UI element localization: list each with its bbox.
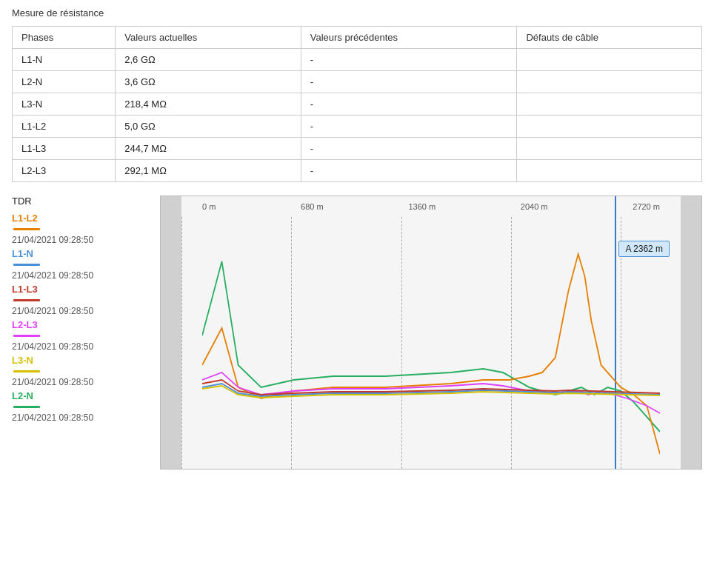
table-cell-previous: -: [301, 71, 517, 93]
legend-label: L1-L3: [12, 284, 153, 295]
table-cell-previous: -: [301, 138, 517, 160]
table-cell-defect: [517, 49, 702, 71]
table-cell-previous: -: [301, 93, 517, 116]
table-cell-defect: [517, 71, 702, 93]
table-cell-current: 218,4 MΩ: [116, 93, 301, 116]
legend-date: 21/04/2021 09:28:50: [12, 270, 153, 281]
table-header: Défauts de câble: [517, 27, 702, 49]
chart-svg: [202, 217, 660, 469]
legend-item: L2-N21/04/2021 09:28:50: [12, 390, 153, 423]
axis-label: 1360 m: [408, 202, 436, 211]
chart-right-shade: [681, 196, 701, 469]
legend-date: 21/04/2021 09:28:50: [12, 235, 153, 245]
table-cell-defect: [517, 116, 702, 138]
chart-inner: 0 m680 m1360 m2040 m2720 m A 2362 m: [181, 196, 681, 469]
legend-label: L1-N: [12, 248, 153, 259]
chart-left-shade: [161, 196, 181, 469]
axis-label: 680 m: [301, 202, 324, 211]
table-cell-previous: -: [301, 116, 517, 138]
table-cell-phase: L3-N: [13, 93, 116, 116]
table-row: L3-N218,4 MΩ-: [13, 93, 702, 116]
legend-date: 21/04/2021 09:28:50: [12, 306, 153, 316]
tdr-title: TDR: [12, 196, 153, 207]
table-row: L2-N3,6 GΩ-: [13, 71, 702, 93]
table-cell-phase: L1-L3: [13, 138, 116, 160]
legend-date: 21/04/2021 09:28:50: [12, 341, 153, 352]
legend-label: L2-L3: [12, 319, 153, 330]
table-cell-defect: [517, 160, 702, 182]
legend-line-color: [13, 299, 40, 301]
table-cell-current: 244,7 MΩ: [116, 138, 301, 160]
table-cell-defect: [517, 138, 702, 160]
axis-label: 0 m: [202, 202, 216, 211]
table-header: Valeurs actuelles: [116, 27, 301, 49]
legend-line-color: [13, 406, 40, 408]
tdr-section: TDR L1-L221/04/2021 09:28:50L1-N21/04/20…: [12, 196, 702, 470]
table-cell-phase: L2-L3: [13, 160, 116, 182]
table-cell-current: 292,1 MΩ: [116, 160, 301, 182]
line-l1l2: [202, 254, 660, 454]
resistance-table: PhasesValeurs actuellesValeurs précédent…: [12, 26, 702, 182]
legend-line-color: [13, 335, 40, 337]
legend-item: L1-N21/04/2021 09:28:50: [12, 248, 153, 281]
line-l2n: [202, 261, 660, 432]
table-cell-phase: L1-N: [13, 49, 116, 71]
legend-item: L1-L221/04/2021 09:28:50: [12, 213, 153, 245]
table-cell-current: 3,6 GΩ: [116, 71, 301, 93]
table-cell-previous: -: [301, 49, 517, 71]
axis-label: 2720 m: [633, 202, 660, 211]
page-title: Mesure de résistance: [12, 7, 702, 19]
legend-line-color: [13, 370, 40, 372]
table-cell-current: 2,6 GΩ: [116, 49, 301, 71]
legend-label: L1-L2: [12, 213, 153, 224]
tdr-legend: TDR L1-L221/04/2021 09:28:50L1-N21/04/20…: [12, 196, 160, 426]
legend-date: 21/04/2021 09:28:50: [12, 377, 153, 387]
table-cell-previous: -: [301, 160, 517, 182]
legend-item: L1-L321/04/2021 09:28:50: [12, 284, 153, 316]
legend-line-color: [13, 228, 40, 230]
tdr-chart[interactable]: 0 m680 m1360 m2040 m2720 m A 2362 m: [160, 196, 702, 470]
dashed-line-0: [181, 217, 182, 469]
table-cell-defect: [517, 93, 702, 116]
table-header: Phases: [13, 27, 116, 49]
table-row: L1-L25,0 GΩ-: [13, 116, 702, 138]
legend-date: 21/04/2021 09:28:50: [12, 412, 153, 423]
legend-item: L2-L321/04/2021 09:28:50: [12, 319, 153, 352]
chart-axis-labels: 0 m680 m1360 m2040 m2720 m: [202, 202, 660, 211]
legend-label: L3-N: [12, 355, 153, 366]
table-cell-phase: L1-L2: [13, 116, 116, 138]
table-cell-current: 5,0 GΩ: [116, 116, 301, 138]
legend-item: L3-N21/04/2021 09:28:50: [12, 355, 153, 387]
axis-label: 2040 m: [521, 202, 548, 211]
table-row: L1-N2,6 GΩ-: [13, 49, 702, 71]
table-header: Valeurs précédentes: [301, 27, 517, 49]
table-row: L1-L3244,7 MΩ-: [13, 138, 702, 160]
table-cell-phase: L2-N: [13, 71, 116, 93]
legend-line-color: [13, 264, 40, 266]
table-row: L2-L3292,1 MΩ-: [13, 160, 702, 182]
legend-label: L2-N: [12, 390, 153, 401]
